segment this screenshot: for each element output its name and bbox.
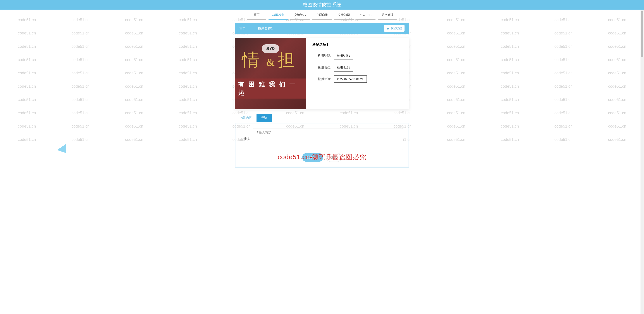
nav-profile[interactable]: 个人中心 [356, 13, 376, 20]
detail-title: 检测名称1 [312, 42, 403, 47]
field-value: 检测地点1 [334, 64, 353, 71]
scrollbar[interactable] [640, 0, 644, 175]
nav-knowledge[interactable]: 疫情知识 [334, 13, 354, 20]
field-label: 检测时间: [312, 77, 331, 81]
nav-forum[interactable]: 交流论坛 [290, 13, 310, 20]
tabs-panel: 检测内容 评论 评论 立即提交 重置 [235, 113, 409, 168]
reset-button[interactable]: 重置 [326, 153, 342, 162]
field-test-time: 检测时间: 2022-02-24 10:06:21 [312, 75, 403, 83]
nav-home[interactable]: 首页 [247, 13, 266, 20]
field-test-type: 检测类型: 检测类型1 [312, 52, 403, 60]
breadcrumb-home[interactable]: 首页 [240, 26, 246, 30]
cancel-favorite-button[interactable]: 取消收藏 [384, 25, 404, 32]
nav-self-test[interactable]: 心理自测 [312, 13, 332, 20]
svg-marker-0 [57, 144, 66, 153]
detail-card: BYD 情 & 担 有 困 难 我 们 一 起 检测名称1 检测类型: 检测类型… [235, 38, 409, 109]
breadcrumb: 首页 检测名称1 取消收藏 [235, 23, 409, 34]
detail-info: 检测名称1 检测类型: 检测类型1 检测地点: 检测地点1 检测时间: 2022… [306, 38, 409, 109]
field-label: 检测地点: [312, 66, 331, 69]
tab-comments[interactable]: 评论 [256, 114, 272, 122]
detail-image: BYD 情 & 担 有 困 难 我 们 一 起 [235, 38, 306, 109]
cursor-pointer-icon [57, 144, 69, 156]
nav-nucleic-test[interactable]: 核酸检测 [268, 13, 288, 20]
tab-header: 检测内容 评论 [236, 114, 408, 122]
app-title: 校园疫情防控系统 [303, 2, 341, 7]
main-nav: 首页 核酸检测 交流论坛 心理自测 疫情知识 个人中心 后台管理 [0, 13, 644, 20]
breadcrumb-title: 检测名称1 [258, 26, 273, 30]
field-label: 检测类型: [312, 54, 331, 58]
field-value: 2022-02-24 10:06:21 [334, 75, 367, 83]
star-icon [386, 27, 390, 30]
comment-label: 评论 [241, 128, 250, 140]
nav-admin[interactable]: 后台管理 [378, 13, 397, 20]
extra-panel [235, 171, 409, 175]
comment-input[interactable] [253, 128, 403, 150]
cancel-favorite-label: 取消收藏 [390, 26, 402, 30]
field-value: 检测类型1 [334, 52, 353, 60]
submit-button[interactable]: 立即提交 [302, 153, 323, 162]
tab-content-detail[interactable]: 检测内容 [236, 114, 256, 122]
field-test-location: 检测地点: 检测地点1 [312, 64, 403, 71]
tab-body: 评论 立即提交 重置 [236, 123, 408, 167]
page-header: 校园疫情防控系统 [0, 0, 644, 9]
